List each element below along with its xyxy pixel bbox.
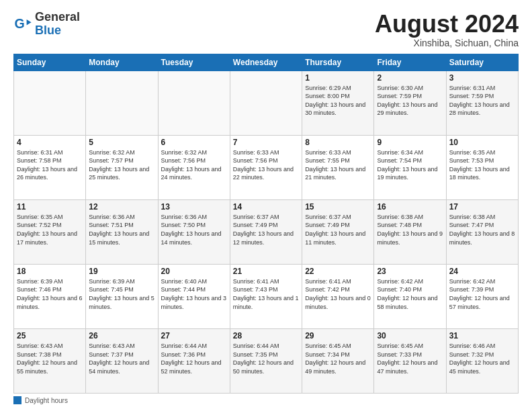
day-number: 25 [17, 331, 83, 340]
day-detail: Sunrise: 6:29 AM Sunset: 8:00 PM Dayligh… [305, 84, 371, 118]
header-cell-wednesday: Wednesday [230, 54, 302, 71]
day-cell [14, 71, 86, 135]
day-cell: 15Sunrise: 6:37 AM Sunset: 7:49 PM Dayli… [302, 199, 374, 264]
day-detail: Sunrise: 6:43 AM Sunset: 7:37 PM Dayligh… [89, 342, 154, 375]
day-number: 11 [17, 202, 83, 212]
week-row-4: 18Sunrise: 6:39 AM Sunset: 7:46 PM Dayli… [14, 264, 519, 328]
day-detail: Sunrise: 6:41 AM Sunset: 7:43 PM Dayligh… [233, 277, 299, 311]
day-cell: 1Sunrise: 6:29 AM Sunset: 8:00 PM Daylig… [302, 71, 374, 135]
day-number: 31 [449, 331, 515, 340]
footer: Daylight hours [13, 396, 519, 404]
day-detail: Sunrise: 6:44 AM Sunset: 7:35 PM Dayligh… [233, 342, 299, 375]
day-cell: 6Sunrise: 6:32 AM Sunset: 7:56 PM Daylig… [158, 135, 230, 199]
day-detail: Sunrise: 6:32 AM Sunset: 7:57 PM Dayligh… [89, 148, 154, 182]
day-cell: 17Sunrise: 6:38 AM Sunset: 7:47 PM Dayli… [446, 199, 518, 264]
week-row-3: 11Sunrise: 6:35 AM Sunset: 7:52 PM Dayli… [14, 199, 519, 264]
logo-icon: G [13, 15, 32, 34]
day-cell: 20Sunrise: 6:40 AM Sunset: 7:44 PM Dayli… [158, 264, 230, 328]
header-cell-friday: Friday [374, 54, 446, 71]
svg-text:G: G [14, 15, 24, 30]
day-detail: Sunrise: 6:46 AM Sunset: 7:32 PM Dayligh… [449, 342, 515, 375]
day-detail: Sunrise: 6:36 AM Sunset: 7:50 PM Dayligh… [161, 213, 227, 246]
day-number: 28 [233, 331, 299, 340]
day-cell [158, 71, 230, 135]
day-number: 30 [377, 331, 443, 340]
day-number: 18 [17, 267, 83, 276]
day-number: 3 [449, 73, 515, 83]
header-cell-monday: Monday [86, 54, 158, 71]
day-cell: 2Sunrise: 6:30 AM Sunset: 7:59 PM Daylig… [374, 71, 446, 135]
logo-text: General Blue [35, 11, 80, 38]
day-cell: 18Sunrise: 6:39 AM Sunset: 7:46 PM Dayli… [14, 264, 86, 328]
header-row: SundayMondayTuesdayWednesdayThursdayFrid… [14, 54, 519, 71]
day-number: 29 [305, 331, 371, 340]
day-detail: Sunrise: 6:32 AM Sunset: 7:56 PM Dayligh… [161, 148, 227, 182]
legend-label: Daylight hours [25, 397, 68, 404]
day-detail: Sunrise: 6:45 AM Sunset: 7:33 PM Dayligh… [377, 342, 443, 375]
day-detail: Sunrise: 6:31 AM Sunset: 7:59 PM Dayligh… [449, 84, 515, 118]
day-number: 8 [305, 138, 371, 147]
day-cell: 13Sunrise: 6:36 AM Sunset: 7:50 PM Dayli… [158, 199, 230, 264]
day-cell: 12Sunrise: 6:36 AM Sunset: 7:51 PM Dayli… [86, 199, 158, 264]
day-cell: 28Sunrise: 6:44 AM Sunset: 7:35 PM Dayli… [230, 328, 302, 393]
day-cell: 31Sunrise: 6:46 AM Sunset: 7:32 PM Dayli… [446, 328, 518, 393]
day-cell: 23Sunrise: 6:42 AM Sunset: 7:40 PM Dayli… [374, 264, 446, 328]
day-cell: 26Sunrise: 6:43 AM Sunset: 7:37 PM Dayli… [86, 328, 158, 393]
page: G General Blue August 2024 Xinshiba, Sic… [0, 0, 532, 411]
day-detail: Sunrise: 6:39 AM Sunset: 7:45 PM Dayligh… [89, 277, 154, 311]
day-number: 17 [449, 202, 515, 212]
day-cell: 30Sunrise: 6:45 AM Sunset: 7:33 PM Dayli… [374, 328, 446, 393]
header-cell-thursday: Thursday [302, 54, 374, 71]
day-cell: 5Sunrise: 6:32 AM Sunset: 7:57 PM Daylig… [86, 135, 158, 199]
title-block: August 2024 Xinshiba, Sichuan, China [375, 11, 519, 48]
day-detail: Sunrise: 6:36 AM Sunset: 7:51 PM Dayligh… [89, 213, 154, 246]
day-cell [86, 71, 158, 135]
day-detail: Sunrise: 6:34 AM Sunset: 7:54 PM Dayligh… [377, 148, 443, 182]
logo-line1: General [35, 11, 80, 24]
day-cell: 10Sunrise: 6:35 AM Sunset: 7:53 PM Dayli… [446, 135, 518, 199]
day-number: 24 [449, 267, 515, 276]
week-row-1: 1Sunrise: 6:29 AM Sunset: 8:00 PM Daylig… [14, 71, 519, 135]
day-cell: 14Sunrise: 6:37 AM Sunset: 7:49 PM Dayli… [230, 199, 302, 264]
day-number: 7 [233, 138, 299, 147]
logo-line2: Blue [35, 24, 80, 38]
day-detail: Sunrise: 6:41 AM Sunset: 7:42 PM Dayligh… [305, 277, 371, 311]
header-cell-tuesday: Tuesday [158, 54, 230, 71]
day-number: 20 [161, 267, 227, 276]
day-number: 13 [161, 202, 227, 212]
day-cell: 8Sunrise: 6:33 AM Sunset: 7:55 PM Daylig… [302, 135, 374, 199]
day-cell: 25Sunrise: 6:43 AM Sunset: 7:38 PM Dayli… [14, 328, 86, 393]
day-number: 2 [377, 73, 443, 83]
day-number: 26 [89, 331, 154, 340]
day-cell: 19Sunrise: 6:39 AM Sunset: 7:45 PM Dayli… [86, 264, 158, 328]
day-detail: Sunrise: 6:42 AM Sunset: 7:39 PM Dayligh… [449, 277, 515, 311]
day-detail: Sunrise: 6:40 AM Sunset: 7:44 PM Dayligh… [161, 277, 227, 311]
day-detail: Sunrise: 6:30 AM Sunset: 7:59 PM Dayligh… [377, 84, 443, 118]
day-number: 21 [233, 267, 299, 276]
day-cell: 21Sunrise: 6:41 AM Sunset: 7:43 PM Dayli… [230, 264, 302, 328]
calendar-header: SundayMondayTuesdayWednesdayThursdayFrid… [14, 54, 519, 71]
calendar-body: 1Sunrise: 6:29 AM Sunset: 8:00 PM Daylig… [14, 71, 519, 393]
day-number: 27 [161, 331, 227, 340]
day-number: 6 [161, 138, 227, 147]
day-cell: 9Sunrise: 6:34 AM Sunset: 7:54 PM Daylig… [374, 135, 446, 199]
day-detail: Sunrise: 6:38 AM Sunset: 7:48 PM Dayligh… [377, 213, 443, 246]
day-number: 22 [305, 267, 371, 276]
day-number: 19 [89, 267, 154, 276]
day-number: 9 [377, 138, 443, 147]
day-number: 15 [305, 202, 371, 212]
subtitle: Xinshiba, Sichuan, China [375, 38, 519, 48]
day-number: 14 [233, 202, 299, 212]
day-detail: Sunrise: 6:33 AM Sunset: 7:55 PM Dayligh… [305, 148, 371, 182]
day-number: 1 [305, 73, 371, 83]
day-detail: Sunrise: 6:44 AM Sunset: 7:36 PM Dayligh… [161, 342, 227, 375]
calendar-table: SundayMondayTuesdayWednesdayThursdayFrid… [13, 54, 519, 394]
day-cell: 22Sunrise: 6:41 AM Sunset: 7:42 PM Dayli… [302, 264, 374, 328]
day-cell: 16Sunrise: 6:38 AM Sunset: 7:48 PM Dayli… [374, 199, 446, 264]
day-cell: 7Sunrise: 6:33 AM Sunset: 7:56 PM Daylig… [230, 135, 302, 199]
day-number: 4 [17, 138, 83, 147]
header: G General Blue August 2024 Xinshiba, Sic… [13, 11, 519, 48]
day-number: 5 [89, 138, 154, 147]
day-cell: 29Sunrise: 6:45 AM Sunset: 7:34 PM Dayli… [302, 328, 374, 393]
legend-color-box [13, 396, 21, 404]
